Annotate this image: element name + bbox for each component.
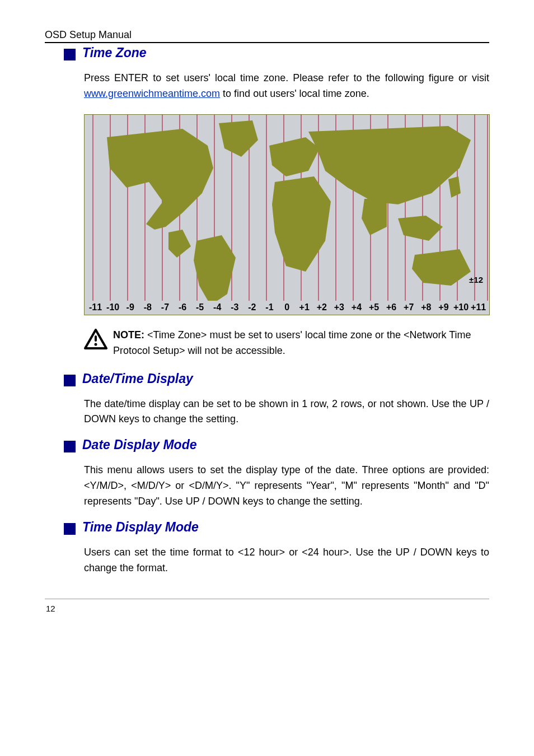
greenwichmeantime-link[interactable]: www.greenwichmeantime.com [84, 88, 220, 99]
tz-label: +5 [366, 302, 383, 312]
tz-label: -6 [174, 302, 191, 312]
svg-rect-26 [95, 335, 97, 342]
section-title-datetime: Date/Time Display [82, 371, 193, 386]
time-zone-paragraph: Press ENTER to set users' local time zon… [84, 71, 489, 102]
section-time-display-mode: Time Display Mode [45, 520, 489, 535]
tz-label: +11 [470, 302, 487, 312]
section-date-display-mode: Date Display Mode [45, 437, 489, 452]
section-title-timemode: Time Display Mode [82, 520, 199, 535]
tz-label: 0 [278, 302, 296, 312]
tz-label: +3 [330, 302, 348, 312]
section-time-zone: Time Zone [45, 45, 489, 60]
timemode-paragraph: Users can set the time format to <12 hou… [84, 545, 489, 576]
header-rule [45, 42, 489, 43]
tz-label: +10 [452, 302, 470, 312]
tz-label: +7 [400, 302, 418, 312]
tz-label: -4 [209, 302, 226, 312]
tz-label: -8 [139, 302, 156, 312]
datetime-paragraph: The date/time display can be set to be s… [84, 396, 489, 428]
tz-label: +9 [435, 302, 452, 312]
square-bullet-icon [64, 49, 76, 60]
tz-label: -7 [156, 302, 174, 312]
tz-label: -2 [243, 302, 261, 312]
timezone-scale-labels: -11-10-9-8-7-6-5-4-3-2-10+1+2+3+4+5+6+7+… [85, 302, 489, 312]
tz-label: -9 [121, 302, 139, 312]
square-bullet-icon [64, 441, 76, 452]
section-title-time-zone: Time Zone [82, 45, 147, 60]
warning-triangle-icon [84, 329, 107, 352]
note-block: NOTE: <Time Zone> must be set to users' … [84, 328, 489, 359]
tz-label: -1 [261, 302, 278, 312]
square-bullet-icon [64, 375, 76, 386]
section-title-datemode: Date Display Mode [82, 437, 197, 452]
tz-label: +6 [383, 302, 400, 312]
square-bullet-icon [64, 523, 76, 535]
tz-label: -3 [226, 302, 243, 312]
page-number: 12 [46, 604, 489, 613]
note-text: NOTE: <Time Zone> must be set to users' … [113, 328, 489, 359]
svg-point-27 [95, 343, 97, 346]
datemode-paragraph: This menu allows users to set the displa… [84, 463, 489, 510]
section-datetime-display: Date/Time Display [45, 371, 489, 386]
tz-label: +8 [418, 302, 435, 312]
footer-rule [45, 599, 489, 599]
tz-label: -10 [104, 302, 121, 312]
tz-label: +2 [313, 302, 330, 312]
tz-label: -11 [87, 302, 104, 312]
tz-edge-label: ±12 [469, 275, 483, 284]
tz-label: -5 [191, 302, 209, 312]
page-header: OSD Setup Manual [45, 29, 489, 41]
tz-label: +1 [296, 302, 313, 312]
tz-label: +4 [348, 302, 365, 312]
timezone-world-map: ±12 -11-10-9-8-7-6-5-4-3-2-10+1+2+3+4+5+… [84, 114, 490, 315]
